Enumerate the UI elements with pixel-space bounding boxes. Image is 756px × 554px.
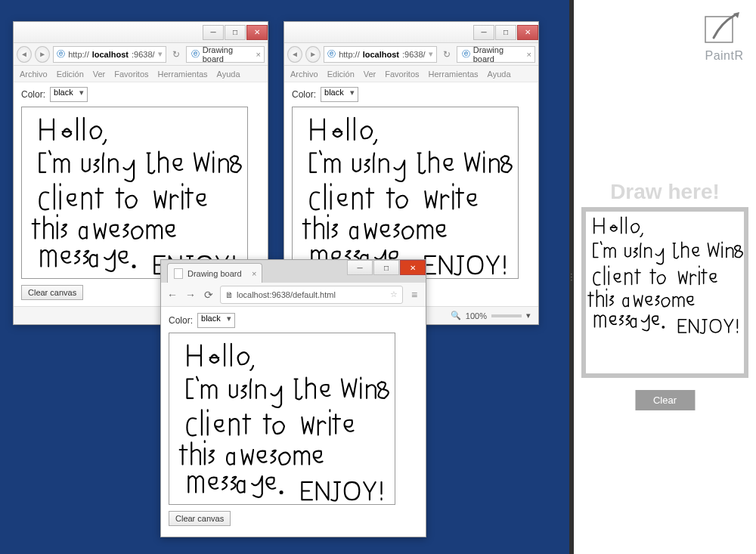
maximize-button[interactable]: □ (373, 260, 399, 275)
close-button[interactable]: ✕ (517, 25, 538, 40)
menu-archivo[interactable]: Archivo (20, 70, 48, 79)
browser-tab[interactable]: ⓔ Drawing board × (186, 46, 265, 63)
tab-close-icon[interactable]: × (256, 50, 261, 59)
tab-title: Drawing board (203, 45, 250, 63)
ie-navbar: ◄ ► ⓔ http://localhost:9638/ ▾ ↻ ⓔ Drawi… (14, 43, 268, 66)
ie-tab-favicon: ⓔ (462, 48, 470, 60)
forward-button[interactable]: → (184, 289, 197, 301)
ie-navbar: ◄ ► ⓔ http://localhost:9638/ ▾ ↻ ⓔ Drawi… (284, 43, 538, 66)
color-label: Color: (21, 89, 45, 100)
url-text: localhost:9638/default.html (237, 290, 336, 299)
page-icon: 🗎 (225, 290, 234, 299)
ie-tab-favicon: ⓔ (191, 48, 200, 60)
paintr-brand: PaintR (703, 49, 745, 63)
paintr-app-panel: PaintR Draw here! Clear (574, 0, 756, 554)
menu-herramientas[interactable]: Herramientas (429, 70, 479, 79)
splitter-grip-icon: ··· (571, 273, 573, 282)
address-bar[interactable]: ⓔ http://localhost:9638/ ▾ (53, 46, 166, 63)
ie-menubar: Archivo Edición Ver Favoritos Herramient… (14, 66, 268, 82)
chrome-navbar: ← → ⟳ 🗎 localhost:9638/default.html ☆ ≡ (161, 283, 426, 307)
paintr-canvas[interactable] (581, 207, 748, 378)
back-button[interactable]: ◄ (17, 46, 32, 63)
url-host: localhost (92, 50, 129, 59)
color-label: Color: (292, 89, 316, 100)
zoom-dropdown-icon[interactable]: ▾ (526, 311, 531, 320)
url-prefix: http:// (68, 50, 89, 59)
page-content: Color: black Clear canvas (161, 307, 426, 537)
color-label: Color: (169, 315, 193, 326)
menu-ver[interactable]: Ver (364, 70, 376, 79)
chrome-tabbar: Drawing board × ─ □ ✕ (161, 260, 426, 283)
minimize-button[interactable]: ─ (347, 260, 373, 275)
address-bar[interactable]: 🗎 localhost:9638/default.html ☆ (220, 286, 403, 304)
maximize-button[interactable]: □ (495, 25, 516, 40)
tab-title: Drawing board (187, 269, 242, 278)
zoom-slider[interactable] (491, 314, 522, 317)
menu-edicion[interactable]: Edición (327, 70, 355, 79)
minimize-button[interactable]: ─ (473, 25, 494, 40)
draw-here-label: Draw here! (574, 180, 756, 204)
url-rest: :9638/ (132, 50, 155, 59)
drawing-canvas[interactable] (21, 107, 248, 279)
menu-favoritos[interactable]: Favoritos (114, 70, 148, 79)
address-bar[interactable]: ⓔ http://localhost:9638/ ▾ (324, 46, 436, 63)
refresh-button[interactable]: ↻ (169, 49, 183, 60)
ie-favicon: ⓔ (327, 48, 336, 60)
chrome-menu-button[interactable]: ≡ (407, 289, 421, 301)
close-button[interactable]: ✕ (246, 25, 268, 40)
menu-favoritos[interactable]: Favoritos (385, 70, 419, 79)
zoom-value[interactable]: 100% (466, 311, 487, 320)
clear-canvas-button[interactable]: Clear canvas (21, 285, 83, 300)
menu-herramientas[interactable]: Herramientas (158, 70, 208, 79)
paintr-clear-button[interactable]: Clear (635, 390, 695, 410)
menu-archivo[interactable]: Archivo (290, 70, 318, 79)
browser-tab[interactable]: ⓔ Drawing board × (457, 46, 535, 63)
menu-ver[interactable]: Ver (93, 70, 106, 79)
tab-close-icon[interactable]: × (252, 269, 256, 278)
ie-favicon: ⓔ (57, 48, 65, 60)
drawing-canvas[interactable] (169, 333, 395, 505)
close-button[interactable]: ✕ (400, 260, 426, 275)
tab-title: Drawing board (473, 45, 521, 63)
paintr-logo: PaintR (703, 11, 745, 63)
bookmark-star-icon[interactable]: ☆ (390, 289, 398, 299)
titlebar[interactable]: ─ □ ✕ (284, 22, 538, 43)
back-button[interactable]: ◄ (287, 46, 302, 63)
color-select[interactable]: black (321, 87, 358, 102)
url-rest: :9638/ (402, 50, 426, 59)
zoom-icon[interactable]: 🔍 (451, 311, 461, 320)
titlebar[interactable]: ─ □ ✕ (14, 22, 268, 43)
forward-button[interactable]: ► (305, 46, 321, 63)
reload-button[interactable]: ⟳ (202, 289, 215, 301)
maximize-button[interactable]: □ (225, 25, 246, 40)
forward-button[interactable]: ► (35, 46, 50, 63)
menu-edicion[interactable]: Edición (57, 70, 84, 79)
refresh-button[interactable]: ↻ (440, 49, 454, 60)
page-icon (174, 268, 183, 279)
drawing-canvas[interactable] (292, 107, 519, 279)
minimize-button[interactable]: ─ (203, 25, 224, 40)
menu-ayuda[interactable]: Ayuda (488, 70, 511, 79)
menu-ayuda[interactable]: Ayuda (217, 70, 240, 79)
tab-close-icon[interactable]: × (527, 50, 531, 59)
url-host: localhost (363, 50, 399, 59)
url-prefix: http:// (339, 50, 360, 59)
clear-canvas-button[interactable]: Clear canvas (169, 511, 231, 526)
color-select[interactable]: black (50, 87, 88, 102)
browser-tab[interactable]: Drawing board × (167, 263, 262, 283)
color-select[interactable]: black (197, 313, 235, 328)
ie-menubar: Archivo Edición Ver Favoritos Herramient… (284, 66, 538, 82)
back-button[interactable]: ← (166, 289, 179, 301)
chrome-window: Drawing board × ─ □ ✕ ← → ⟳ 🗎 localhost:… (160, 259, 426, 537)
